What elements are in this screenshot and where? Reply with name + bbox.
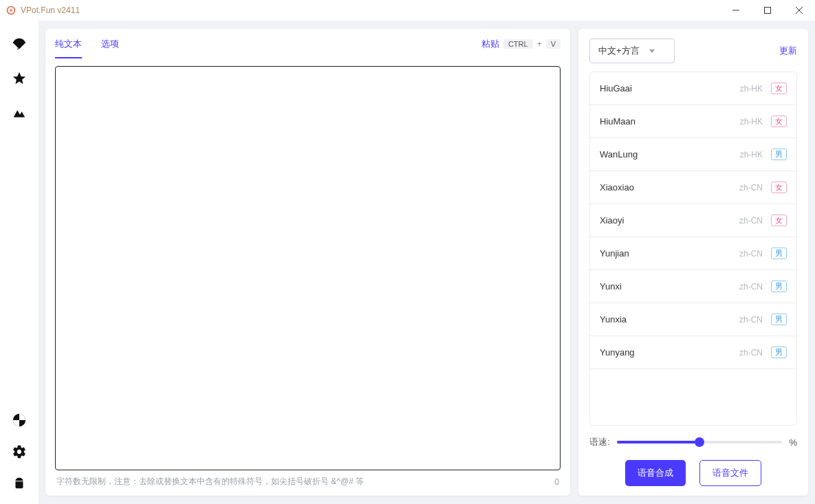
app-icon [6,5,17,16]
tabs-row: 纯文本 选项 粘贴 CTRL + V [55,29,561,59]
language-select[interactable]: 中文+方言 [589,39,675,63]
voice-locale: zh-CN [739,249,763,259]
aperture-icon[interactable] [11,412,28,428]
voice-name: HiuGaai [600,83,740,94]
voice-locale: zh-CN [739,315,763,325]
voice-name: Xiaoxiao [600,182,739,193]
paste-link[interactable]: 粘贴 [481,38,499,50]
button-row: 语音合成 语音文件 [589,460,797,486]
voice-locale: zh-HK [740,84,763,94]
speed-label: 语速: [589,436,610,448]
gear-icon[interactable] [11,443,28,460]
window-title: VPot.Fun v2411 [21,6,720,15]
voice-locale: zh-CN [739,216,763,226]
voice-locale: zh-CN [739,348,763,358]
close-button[interactable] [783,0,815,21]
text-panel: 纯文本 选项 粘贴 CTRL + V 字符数无限制，注意：去除或替换文本中含有的… [45,29,570,496]
voice-row[interactable]: HiuMaanzh-HK女 [590,105,796,138]
voice-row[interactable]: Yunyangzh-CN男 [590,336,796,369]
tab-plaintext[interactable]: 纯文本 [55,30,82,58]
main-area: 纯文本 选项 粘贴 CTRL + V 字符数无限制，注意：去除或替换文本中含有的… [39,21,815,504]
speed-slider[interactable] [617,435,783,449]
tab-options[interactable]: 选项 [101,30,119,58]
voice-name: Yunyang [600,347,739,358]
voice-name: WanLung [600,149,740,160]
gender-badge: 女 [771,116,787,127]
minimize-button[interactable] [720,0,752,21]
slider-thumb[interactable] [695,437,704,447]
gender-badge: 女 [771,215,787,226]
voice-panel: 中文+方言 更新 HiuGaaizh-HK女HiuMaanzh-HK女WanLu… [578,29,808,496]
gender-badge: 女 [771,83,787,94]
gender-badge: 男 [771,281,787,292]
kbd-v: V [546,39,561,49]
hint-row: 字符数无限制，注意：去除或替换文本中含有的特殊符号，如尖括号破折号 &^@# 等… [55,473,561,489]
main-textarea[interactable] [55,66,561,470]
sidebar [0,21,39,504]
voice-row[interactable]: Xiaoyizh-CN女 [590,204,796,237]
language-selected-label: 中文+方言 [598,45,640,57]
titlebar: VPot.Fun v2411 [0,0,815,21]
umbrella-icon[interactable] [11,36,28,52]
voice-name: Yunjian [600,248,739,259]
kbd-plus: + [537,39,542,49]
voice-file-button[interactable]: 语音文件 [699,460,761,486]
star-icon[interactable] [11,70,28,87]
synthesize-button[interactable]: 语音合成 [625,460,686,486]
voice-locale: zh-CN [739,183,763,193]
voice-row[interactable]: Yunjianzh-CN男 [590,237,796,270]
speed-unit: % [789,437,797,448]
svg-point-1 [10,9,12,12]
voice-row[interactable]: HiuGaaizh-HK女 [590,72,796,105]
voice-top-row: 中文+方言 更新 [589,39,797,63]
textarea-wrap [55,59,561,473]
app-body: 纯文本 选项 粘贴 CTRL + V 字符数无限制，注意：去除或替换文本中含有的… [0,21,815,504]
gender-badge: 男 [771,314,787,325]
char-count: 0 [554,477,559,487]
gender-badge: 男 [771,248,787,259]
svg-rect-3 [765,8,771,14]
gender-badge: 男 [771,347,787,358]
voice-locale: zh-CN [739,282,763,292]
gender-badge: 男 [771,149,787,160]
android-icon[interactable] [11,475,28,492]
gender-badge: 女 [771,182,787,193]
speed-row: 语速: % [589,435,797,449]
voice-name: Xiaoyi [600,215,739,226]
voice-name: Yunxi [600,281,739,292]
kbd-ctrl: CTRL [503,39,533,49]
paste-hint: 粘贴 CTRL + V [481,38,561,50]
voice-name: Yunxia [600,314,739,325]
voice-list[interactable]: HiuGaaizh-HK女HiuMaanzh-HK女WanLungzh-HK男X… [589,72,797,426]
voice-row[interactable]: Xiaoxiaozh-CN女 [590,171,796,204]
voice-locale: zh-HK [740,117,763,127]
chevron-down-icon [649,50,655,53]
voice-row[interactable]: Yunxiazh-CN男 [590,303,796,336]
update-link[interactable]: 更新 [779,45,797,57]
mountain-icon[interactable] [11,105,28,121]
voice-row[interactable]: WanLungzh-HK男 [590,138,796,171]
hint-text: 字符数无限制，注意：去除或替换文本中含有的特殊符号，如尖括号破折号 &^@# 等 [56,476,554,487]
voice-locale: zh-HK [740,150,763,160]
voice-name: HiuMaan [600,116,740,127]
maximize-button[interactable] [752,0,783,21]
voice-row[interactable]: Yunxizh-CN男 [590,270,796,303]
